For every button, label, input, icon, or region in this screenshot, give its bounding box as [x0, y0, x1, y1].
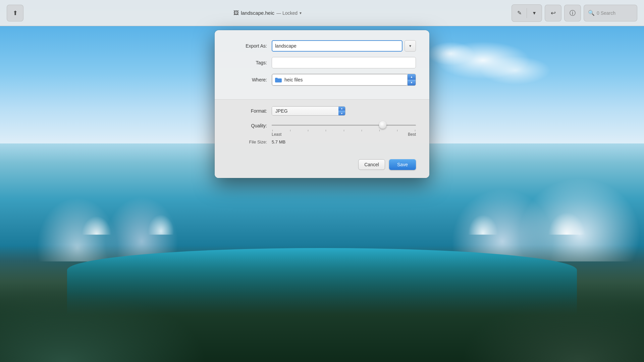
where-value: heic files [284, 77, 303, 82]
export-as-dropdown-button[interactable]: ▾ [405, 40, 416, 52]
dialog-lower: Format: JPEG ▲ ▼ Quality: [215, 100, 429, 153]
dialog-overlay: Export As: ▾ Tags: Where: [0, 0, 644, 362]
slider-fill [272, 125, 383, 126]
folder-icon [275, 77, 282, 82]
dropdown-arrow-icon: ▾ [409, 44, 411, 48]
where-select[interactable]: heic files [272, 74, 408, 85]
where-row: Where: heic files ▲ ▼ [228, 74, 416, 86]
slider-thumb[interactable] [379, 121, 386, 129]
format-select-wrapper: JPEG ▲ ▼ [272, 106, 345, 116]
where-stepper-down[interactable]: ▼ [408, 80, 416, 86]
format-select[interactable]: JPEG [272, 107, 338, 115]
cancel-button[interactable]: Cancel [358, 159, 385, 170]
tick [290, 130, 290, 131]
quality-max-label: Best [408, 132, 416, 137]
filesize-row: File Size: 5.7 MB [228, 139, 416, 144]
export-as-wrapper: ▾ [272, 40, 416, 52]
where-wrapper: heic files ▲ ▼ [272, 74, 416, 86]
export-as-row: Export As: ▾ [228, 40, 416, 52]
dialog-buttons: Cancel Save [215, 153, 429, 178]
where-stepper-up[interactable]: ▲ [408, 74, 416, 80]
tags-input[interactable] [272, 57, 416, 68]
dialog-body: Export As: ▾ Tags: Where: [215, 30, 429, 99]
slider-ticks [272, 130, 416, 131]
tick [344, 130, 344, 131]
where-label: Where: [228, 77, 272, 82]
slider-labels: Least Best [272, 132, 416, 137]
format-label: Format: [228, 108, 272, 114]
export-dialog: Export As: ▾ Tags: Where: [215, 30, 429, 178]
export-as-input[interactable] [272, 40, 402, 52]
tick [379, 130, 380, 131]
filesize-label: File Size: [228, 139, 272, 144]
quality-min-label: Least [272, 132, 281, 137]
quality-row: Quality: [228, 122, 416, 137]
filesize-value: 5.7 MB [272, 139, 285, 144]
tags-row: Tags: [228, 57, 416, 68]
format-stepper-down[interactable]: ▼ [338, 111, 345, 116]
where-stepper: ▲ ▼ [408, 74, 416, 85]
tick [415, 130, 415, 131]
tick [326, 130, 326, 131]
tags-label: Tags: [228, 60, 272, 65]
format-stepper-up[interactable]: ▲ [338, 106, 345, 111]
tick [362, 130, 362, 131]
slider-track [272, 122, 416, 128]
export-as-label: Export As: [228, 43, 272, 49]
format-row: Format: JPEG ▲ ▼ [228, 106, 416, 116]
quality-label: Quality: [228, 122, 272, 128]
tick [308, 130, 308, 131]
quality-slider-wrapper: Least Best [272, 122, 416, 137]
save-button[interactable]: Save [389, 159, 416, 170]
tick [397, 130, 397, 131]
tick [272, 130, 273, 131]
format-stepper: ▲ ▼ [338, 106, 345, 116]
